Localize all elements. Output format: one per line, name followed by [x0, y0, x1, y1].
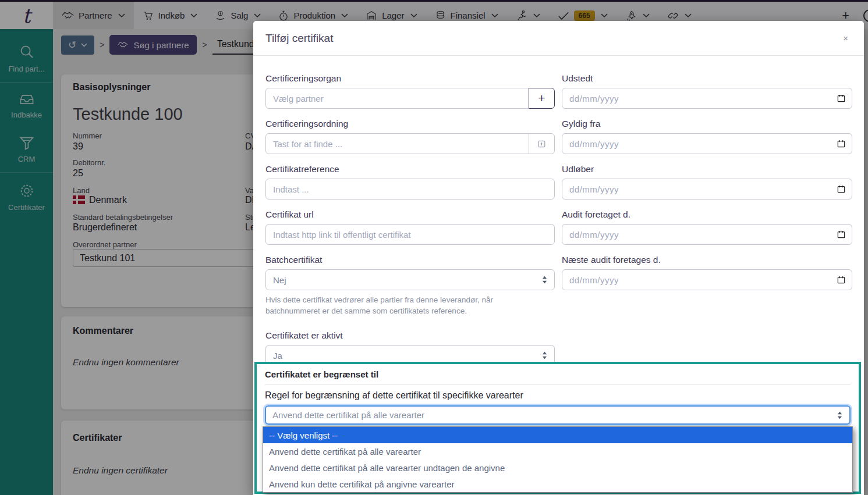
add-partner-button[interactable]: +: [529, 88, 555, 109]
field-certifikatreference: Certifikatreference: [265, 164, 555, 200]
field-label: Audit foretaget d.: [562, 209, 852, 220]
field-certifikat-url: Certifikat url: [265, 209, 555, 245]
field-label: Næste audit foretages d.: [562, 255, 852, 265]
select-value: Nej: [273, 275, 286, 285]
issued-date-input[interactable]: [562, 88, 852, 109]
field-udlober: Udløber: [562, 164, 852, 200]
restriction-section: Certifikatet er begrænset til Regel for …: [254, 362, 861, 494]
dropdown-option[interactable]: Anvend dette certifikat på alle varearte…: [263, 460, 852, 476]
valid-from-date-input[interactable]: [562, 133, 852, 154]
field-udstedt: Udstedt: [562, 73, 852, 109]
field-audit-foretaget: Audit foretaget d.: [562, 209, 852, 245]
add-scheme-button[interactable]: [529, 133, 555, 154]
field-certificeringsorgan: Certificeringsorgan +: [265, 73, 555, 109]
field-label: Batchcertifikat: [265, 255, 555, 265]
modal-header: Tilføj certifikat ×: [253, 21, 864, 56]
certification-scheme-input[interactable]: [265, 133, 529, 154]
audit-date-input[interactable]: [562, 224, 852, 245]
batch-certificate-select[interactable]: Nej: [265, 269, 555, 290]
dropdown-option[interactable]: Anvend kun dette certifikat på angivne v…: [263, 476, 852, 492]
dropdown-option[interactable]: -- Vælg venligst --: [263, 427, 852, 443]
select-spinner-icon: [837, 411, 843, 420]
field-naeste-audit: Næste audit foretages d.: [562, 255, 852, 290]
field-gyldig-fra: Gyldig fra: [562, 119, 852, 154]
restriction-rule-select[interactable]: Anvend dette certifikat på alle varearte…: [265, 405, 851, 425]
restriction-rule-label: Regel for begrænsning af dette certifika…: [265, 390, 851, 401]
field-batchcertifikat: Batchcertifikat Nej Hvis dette certifika…: [265, 255, 555, 316]
select-spinner-icon: [541, 351, 548, 360]
field-help-text: Hvis dette certifikat vedrører alle part…: [265, 294, 545, 316]
field-label: Udløber: [562, 164, 852, 175]
field-label: Gyldig fra: [562, 119, 852, 129]
add-certificate-modal: Tilføj certifikat × Certificeringsorgan …: [253, 21, 864, 495]
next-audit-date-input[interactable]: [562, 269, 852, 290]
modal-title: Tilføj certifikat: [265, 32, 333, 45]
certificate-url-input[interactable]: [265, 224, 555, 245]
restriction-select-wrap: Anvend dette certifikat på alle varearte…: [265, 405, 851, 425]
boxed-plus-icon: [537, 139, 547, 149]
field-certifikat-aktivt: Certifikatet er aktivt Ja: [265, 330, 555, 366]
select-value: Anvend dette certifikat på alle varearte…: [272, 410, 424, 420]
modal-form: Certificeringsorgan + Certificeringsordn…: [253, 56, 864, 376]
dropdown-option[interactable]: Anvend dette certifikat på alle varearte…: [263, 443, 852, 460]
form-left-column: Certificeringsorgan + Certificeringsordn…: [265, 73, 555, 376]
field-certificeringsordning: Certificeringsordning: [265, 119, 555, 154]
field-label: Certifikat url: [265, 209, 555, 220]
form-right-column: Udstedt Gyldig fra Udløber: [562, 73, 852, 300]
close-icon[interactable]: ×: [839, 31, 852, 45]
certifying-body-input[interactable]: [265, 88, 529, 109]
select-value: Ja: [273, 351, 282, 361]
select-spinner-icon: [541, 275, 548, 284]
app-window: ↺ > Søg i partnere > Testkunde 100 Basis…: [0, 0, 868, 495]
restriction-heading: Certifikatet er begrænset til: [265, 369, 851, 385]
field-label: Certifikatreference: [265, 164, 555, 175]
field-label: Udstedt: [562, 73, 852, 84]
field-label: Certifikatet er aktivt: [265, 330, 555, 341]
expires-date-input[interactable]: [562, 179, 852, 200]
field-label: Certificeringsordning: [265, 119, 555, 129]
field-label: Certificeringsorgan: [265, 73, 555, 84]
select-dropdown: -- Vælg venligst -- Anvend dette certifi…: [263, 426, 853, 493]
certificate-reference-input[interactable]: [265, 179, 555, 200]
